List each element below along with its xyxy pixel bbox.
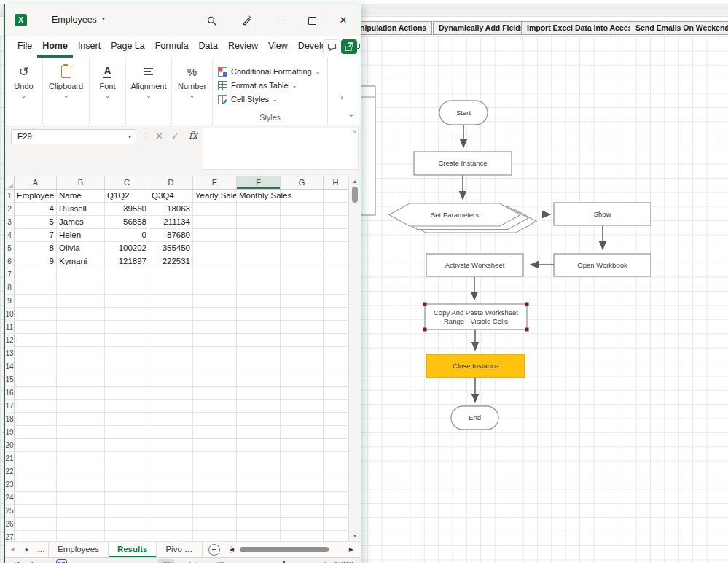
cell-B3[interactable]: James	[57, 216, 105, 229]
cell-E9[interactable]	[193, 295, 237, 308]
cell-B13[interactable]	[57, 347, 105, 360]
ribbon-group-clipboard[interactable]: Clipboard⌄	[43, 58, 90, 125]
formula-input[interactable]	[203, 128, 359, 170]
enter-icon[interactable]: ✓	[171, 131, 179, 141]
cell-G18[interactable]	[281, 413, 324, 426]
cell-E15[interactable]	[193, 373, 237, 387]
cell-H20[interactable]	[324, 439, 348, 452]
cell-F19[interactable]	[237, 426, 281, 439]
share-button[interactable]	[341, 39, 357, 54]
cell-A19[interactable]	[15, 426, 57, 439]
cell-E18[interactable]	[193, 413, 237, 426]
cell-B12[interactable]	[57, 334, 105, 347]
row-header-24[interactable]: 24	[5, 492, 15, 505]
cell-E10[interactable]	[193, 308, 237, 321]
cell-H3[interactable]	[324, 216, 348, 229]
cell-E6[interactable]	[193, 255, 237, 268]
cell-D8[interactable]	[149, 282, 193, 295]
cell-A21[interactable]	[15, 452, 57, 465]
cell-G7[interactable]	[281, 268, 324, 282]
cell-F21[interactable]	[237, 452, 281, 465]
cell-F6[interactable]	[237, 255, 281, 268]
cell-G16[interactable]	[281, 387, 324, 400]
cell-D18[interactable]	[149, 413, 193, 426]
row-header-9[interactable]: 9	[5, 295, 15, 308]
cell-B25[interactable]	[57, 505, 105, 518]
cell-E2[interactable]	[193, 203, 237, 216]
cell-H7[interactable]	[324, 268, 348, 282]
cell-B19[interactable]	[57, 426, 105, 439]
cell-E19[interactable]	[193, 426, 237, 439]
cell-A20[interactable]	[15, 439, 57, 452]
cell-F24[interactable]	[237, 492, 281, 505]
cell-E26[interactable]	[193, 518, 237, 531]
cell-G25[interactable]	[281, 505, 324, 518]
select-all-corner[interactable]	[5, 176, 15, 189]
cell-A26[interactable]	[15, 518, 57, 531]
cell-C22[interactable]	[105, 465, 149, 478]
name-box[interactable]: F29 ▾	[11, 129, 136, 144]
row-header-16[interactable]: 16	[5, 387, 15, 400]
selection-handle[interactable]	[423, 328, 427, 332]
cell-A22[interactable]	[15, 465, 57, 478]
cell-E12[interactable]	[193, 334, 237, 347]
cell-E14[interactable]	[193, 360, 237, 373]
ribbon-group-number[interactable]: %Number⌄	[172, 58, 213, 125]
ribbon-group-alignment[interactable]: Alignment⌄	[126, 58, 172, 125]
cell-C19[interactable]	[105, 426, 149, 439]
cell-C15[interactable]	[105, 373, 149, 387]
cell-F8[interactable]	[237, 282, 281, 295]
cell-G9[interactable]	[281, 295, 324, 308]
scroll-up-icon[interactable]: ▲	[349, 179, 361, 184]
cell-A15[interactable]	[15, 373, 57, 387]
cell-C26[interactable]	[105, 518, 149, 531]
cell-D13[interactable]	[149, 347, 193, 360]
cell-E22[interactable]	[193, 465, 237, 478]
cell-E5[interactable]	[193, 242, 237, 255]
cell-C20[interactable]	[105, 439, 149, 452]
cell-B5[interactable]: Olivia	[57, 242, 105, 255]
selection-handle[interactable]	[423, 303, 427, 306]
column-header-G[interactable]: G	[281, 176, 324, 189]
row-header-22[interactable]: 22	[5, 465, 15, 478]
row-header-21[interactable]: 21	[5, 452, 15, 465]
cell-E11[interactable]	[193, 321, 237, 334]
cancel-icon[interactable]: ✕	[155, 131, 163, 141]
column-header-B[interactable]: B	[57, 176, 105, 189]
row-header-10[interactable]: 10	[5, 308, 15, 321]
cell-styles-button[interactable]: Cell Styles⌄	[218, 93, 320, 105]
flow-node-create-instance[interactable]: Create Instance	[414, 152, 512, 175]
cell-H19[interactable]	[324, 426, 348, 439]
cell-B16[interactable]	[57, 387, 105, 400]
cell-B14[interactable]	[57, 360, 105, 373]
cell-E25[interactable]	[193, 505, 237, 518]
cell-H18[interactable]	[324, 413, 348, 426]
cell-A12[interactable]	[15, 334, 57, 347]
cell-E4[interactable]	[193, 229, 237, 242]
cell-H12[interactable]	[324, 334, 348, 347]
cell-B22[interactable]	[57, 465, 105, 478]
cell-E16[interactable]	[193, 387, 237, 400]
cell-H26[interactable]	[324, 518, 348, 531]
cell-A14[interactable]	[15, 360, 57, 373]
cell-G2[interactable]	[281, 203, 324, 216]
cell-A3[interactable]: 5	[15, 216, 57, 229]
cell-C13[interactable]	[105, 347, 149, 360]
cell-A2[interactable]: 4	[15, 203, 57, 216]
cell-D20[interactable]	[149, 439, 193, 452]
cell-A17[interactable]	[15, 400, 57, 413]
ribbon-group-font[interactable]: AFont⌄	[90, 58, 126, 125]
cell-H24[interactable]	[324, 492, 348, 505]
row-header-7[interactable]: 7	[5, 268, 15, 282]
cell-H14[interactable]	[324, 360, 348, 373]
chevron-down-icon[interactable]: ⌄	[146, 93, 152, 99]
cell-B21[interactable]	[57, 452, 105, 465]
cell-E7[interactable]	[193, 268, 237, 282]
cell-B8[interactable]	[57, 282, 105, 295]
cell-D1[interactable]: Q3Q4	[149, 190, 193, 203]
search-icon[interactable]	[203, 4, 222, 36]
cell-G5[interactable]	[281, 242, 324, 255]
cell-F4[interactable]	[237, 229, 281, 242]
cell-A11[interactable]	[15, 321, 57, 334]
cell-A10[interactable]	[15, 308, 57, 321]
